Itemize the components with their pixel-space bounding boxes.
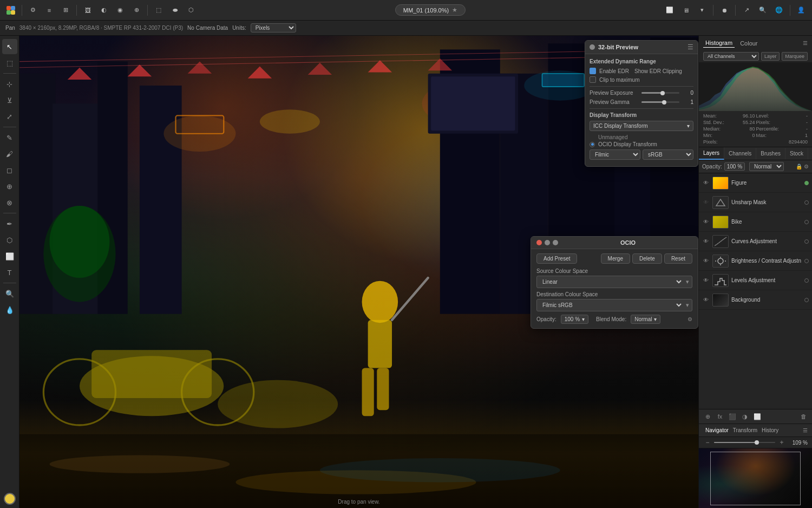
layer-vis-unsharp[interactable]: 👁 [702,199,710,206]
merge-button[interactable]: Merge [601,253,630,264]
adjustments-icon[interactable]: ≡ [43,4,56,17]
layer-vis-levels[interactable]: 👁 [702,277,710,284]
layer-item-background[interactable]: 👁 Background [699,290,812,310]
enable-edr-checkbox[interactable] [590,68,596,74]
units-select[interactable]: Pixels Inches Centimeters [251,23,296,32]
foreground-color-swatch[interactable] [4,493,16,505]
layers-menu-icon[interactable]: ☰ [808,150,812,157]
blend-mode-value[interactable]: Normal ▾ [631,315,660,324]
target-icon[interactable]: ⊕ [130,4,143,17]
select-tool[interactable]: ⬚ [2,55,17,70]
record-icon[interactable]: ⏺ [718,4,731,17]
text-tool[interactable]: T [2,265,17,280]
icc-display-transform-select[interactable]: ICC Display Transform ▾ [590,121,693,131]
tab-stock[interactable]: Stock [785,148,808,159]
ocio-gear-icon[interactable]: ⚙ [687,316,692,322]
heal-tool[interactable]: ⊗ [2,195,17,210]
exposure-slider[interactable] [641,92,679,94]
move-tool[interactable]: ↖ [2,39,17,54]
tab-layers[interactable]: Layers [699,147,724,160]
color-picker-tool[interactable]: 💧 [2,302,17,317]
node-tool[interactable]: ⬡ [2,232,17,248]
channel-select[interactable]: All Channels Red Green Blue Alpha [703,52,759,61]
layout-icon[interactable]: ⊞ [59,4,72,17]
canvas-area[interactable]: 32-bit Preview ☰ Extended Dynamic Range … [19,36,698,508]
document-title-pill[interactable]: MM_01 (109.0%) ★ [395,4,466,16]
profile-icon[interactable]: 👤 [795,4,808,17]
marquee-button[interactable]: Marquee [782,52,808,61]
layer-vis-brightness[interactable]: 👁 [702,257,710,265]
delete-button[interactable]: Delete [632,253,662,264]
source-colour-space-select[interactable]: Linear [537,276,683,288]
opacity-val[interactable]: 100 % [724,162,745,171]
image-icon[interactable]: 🖼 [81,4,94,17]
app-icon[interactable] [4,4,17,17]
zoom-tool[interactable]: 🔍 [2,286,17,301]
ocio-max-dot[interactable] [553,240,558,245]
wheel-icon[interactable]: ◉ [114,4,127,17]
search-icon[interactable]: 🔍 [756,4,769,17]
brush-tool[interactable]: ✎ [2,130,17,145]
panel-menu-icon[interactable]: ☰ [687,43,693,51]
share-icon[interactable]: ↗ [740,4,753,17]
poly-sel-icon[interactable]: ⬡ [185,4,198,17]
add-layer-button[interactable]: ⊕ [702,411,713,422]
layer-item-brightness[interactable]: 👁 Brightness / Contrast Adjustn [699,251,812,271]
settings-icon[interactable]: ⚙ [27,4,40,17]
tab-navigator[interactable]: Navigator [703,426,731,434]
zoom-slider[interactable] [714,442,775,443]
layer-button[interactable]: Layer [761,52,780,61]
blend-mode-select[interactable]: Normal Multiply Screen [749,162,784,171]
layer-item-unsharp[interactable]: 👁 Unsharp Mask [699,193,812,212]
opacity-value[interactable]: 100 % ▾ [561,315,588,324]
tab-colour[interactable]: Colour [738,39,759,48]
group-button[interactable]: ⬜ [752,411,763,422]
tab-history[interactable]: History [759,426,781,434]
pen-tool[interactable]: ✒ [2,216,17,231]
navigator-preview[interactable] [699,448,812,508]
srgb-select[interactable]: sRGB [643,149,693,160]
hist-menu-icon[interactable]: ☰ [803,40,808,46]
reset-button[interactable]: Reset [664,253,692,264]
destination-colour-space-select[interactable]: Filmic sRGB [537,299,683,311]
monitor-icon[interactable]: 🖥 [679,4,692,17]
layer-vis-bike[interactable]: 👁 [702,218,710,226]
mask-button[interactable]: ⬛ [727,411,738,422]
gamma-slider[interactable] [641,101,679,103]
ocio-close-dot[interactable] [536,240,542,245]
tab-transform[interactable]: Transform [731,426,759,434]
nav-menu-icon[interactable]: ☰ [803,427,808,433]
layer-vis-background[interactable]: 👁 [702,296,710,304]
layer-vis-figure[interactable]: 👁 [702,179,710,187]
trash-button[interactable]: 🗑 [798,411,809,422]
ocio-min-dot[interactable] [545,240,550,245]
filmic-select[interactable]: Filmic [590,149,640,160]
lock-icon[interactable]: 🔒 [796,164,802,170]
adjustment-button[interactable]: ◑ [739,411,750,422]
eraser-tool[interactable]: ◻ [2,162,17,178]
layer-item-figure[interactable]: 👁 Figure [699,173,812,193]
rect-sel-icon[interactable]: ⬚ [152,4,165,17]
tab-histogram[interactable]: Histogram [703,38,735,48]
tab-brushes[interactable]: Brushes [756,148,785,159]
zoom-out-button[interactable]: − [703,439,712,446]
crop-tool[interactable]: ⊹ [2,76,17,92]
tab-channels[interactable]: Channels [724,148,756,159]
fx-button[interactable]: fx [715,411,725,422]
globe-icon[interactable]: 🌐 [772,4,785,17]
layer-vis-curves[interactable]: 👁 [702,238,710,245]
ellipse-sel-icon[interactable]: ⬬ [168,4,181,17]
clone-tool[interactable]: ⊕ [2,179,17,194]
transform-tool[interactable]: ⤢ [2,109,17,124]
layer-item-curves[interactable]: 👁 Curves Adjustment [699,232,812,251]
view-mode-icon[interactable]: ⬜ [663,4,676,17]
clip-max-checkbox[interactable] [590,76,596,83]
zoom-in-button[interactable]: + [777,439,786,446]
color-icon[interactable]: ◐ [97,4,110,17]
dropdown-icon[interactable]: ▾ [696,4,709,17]
lock-adj-icon[interactable]: ⚙ [804,164,809,170]
ocio-radio-btn[interactable] [590,142,595,147]
layer-item-bike[interactable]: 👁 Bike [699,212,812,232]
straighten-tool[interactable]: ⊻ [2,93,17,108]
shape-tool[interactable]: ⬜ [2,249,17,264]
